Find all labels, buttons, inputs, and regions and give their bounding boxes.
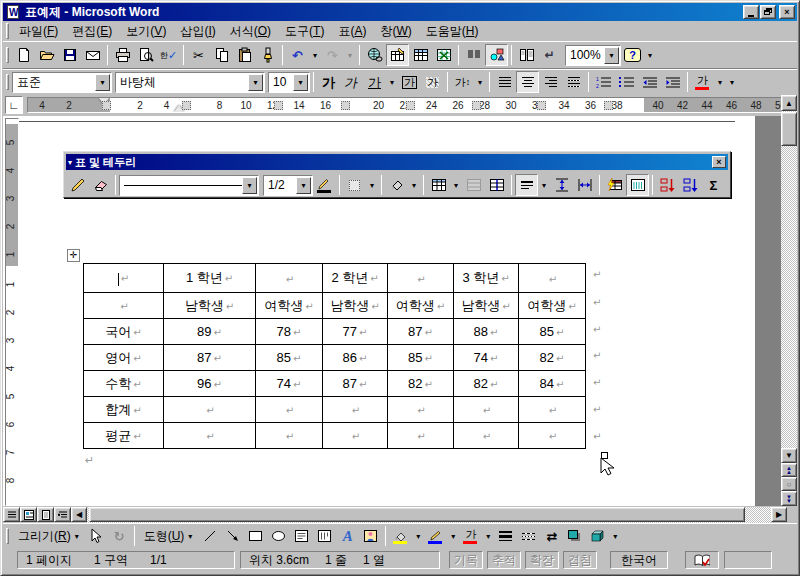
free-rotate-button[interactable]: ↻ xyxy=(108,525,131,547)
tab-selector[interactable]: ∟ xyxy=(5,96,23,114)
toolbar-grip[interactable] xyxy=(6,528,9,544)
cell-alignment-dropdown[interactable]: ▾ xyxy=(538,174,550,196)
char-border-button[interactable]: 가 xyxy=(398,71,421,93)
shading-color-button[interactable] xyxy=(385,174,408,196)
toolbar-menu-icon[interactable]: ▾ xyxy=(68,158,72,167)
distribute-rows-button[interactable] xyxy=(550,174,573,196)
align-distribute-button[interactable] xyxy=(562,71,585,93)
ruler-column-marker[interactable] xyxy=(102,101,111,110)
numbering-button[interactable]: 12 xyxy=(592,71,615,93)
table-cell-r2c0[interactable]: 국어↵ xyxy=(84,319,164,345)
align-center-button[interactable] xyxy=(516,71,539,93)
underline-button[interactable]: 가 xyxy=(363,71,386,93)
arrow-style-button[interactable]: ⇄ xyxy=(540,525,563,547)
font-dropdown[interactable]: ▾ xyxy=(248,74,263,91)
format-painter-button[interactable] xyxy=(256,44,279,66)
font-color-dropdown[interactable]: ▾ xyxy=(482,525,494,547)
font-color-button[interactable]: 가 xyxy=(691,71,714,93)
menu-item-W[interactable]: 창(W) xyxy=(373,21,418,42)
table-cell-r3c3[interactable]: 86↵ xyxy=(323,345,388,371)
save-button[interactable] xyxy=(58,44,81,66)
table-cell-r5c3[interactable]: ↵ xyxy=(323,397,388,423)
align-right-button[interactable] xyxy=(539,71,562,93)
restore-button[interactable] xyxy=(760,5,776,19)
fill-color-dropdown[interactable]: ▾ xyxy=(412,525,424,547)
draw-table-button[interactable] xyxy=(66,174,89,196)
normal-view-button[interactable] xyxy=(3,507,20,522)
browse-object-button[interactable]: ○ xyxy=(781,477,797,491)
tables-borders-button[interactable] xyxy=(386,44,409,66)
table-cell-r5c0[interactable]: 합계↵ xyxy=(84,397,164,423)
print-button[interactable] xyxy=(111,44,134,66)
increase-indent-button[interactable] xyxy=(661,71,684,93)
web-layout-view-button[interactable] xyxy=(20,507,37,522)
toolbar-grip[interactable] xyxy=(6,23,9,39)
insert-table-button[interactable] xyxy=(409,44,432,66)
style-dropdown[interactable]: ▾ xyxy=(95,74,110,91)
insert-hyperlink-button[interactable] xyxy=(363,44,386,66)
merge-cells-button[interactable] xyxy=(462,174,485,196)
char-shading-button[interactable]: 가 xyxy=(421,71,444,93)
ruler-column-marker[interactable] xyxy=(604,101,613,110)
table-cell-r6c2[interactable]: ↵ xyxy=(256,423,323,449)
table-cell-r3c0[interactable]: 영어↵ xyxy=(84,345,164,371)
table-cell-r0c2[interactable]: ↵ xyxy=(256,264,323,293)
scroll-up-button[interactable]: ▲ xyxy=(781,95,797,111)
document-map-button[interactable] xyxy=(515,44,538,66)
table-cell-r5c2[interactable]: ↵ xyxy=(256,397,323,423)
email-button[interactable] xyxy=(81,44,104,66)
line-style-combo[interactable]: ▾ xyxy=(119,175,259,196)
horizontal-scroll-track[interactable] xyxy=(87,507,771,523)
table-cell-r5c1[interactable]: ↵ xyxy=(164,397,256,423)
sort-descending-button[interactable] xyxy=(679,174,702,196)
undo-button[interactable]: ↶ xyxy=(286,44,309,66)
zoom-combo[interactable]: 100% ▾ xyxy=(565,45,621,66)
next-page-button[interactable]: ▼▼ xyxy=(781,491,797,506)
autoshapes-menu-button[interactable]: 도형(U)▾ xyxy=(138,526,199,546)
menu-item-E[interactable]: 편집(E) xyxy=(65,21,119,42)
ruler-column-marker[interactable] xyxy=(406,101,415,110)
table-cell-r3c5[interactable]: 74↵ xyxy=(454,345,519,371)
more-buttons-dropdown[interactable]: ▾ xyxy=(726,71,738,93)
table-cell-r6c6[interactable]: ↵ xyxy=(519,423,586,449)
dash-style-button[interactable] xyxy=(517,525,540,547)
table-cell-r1c1[interactable]: 남학생↵ xyxy=(164,293,256,319)
print-preview-button[interactable] xyxy=(134,44,157,66)
arrow-button[interactable] xyxy=(221,525,244,547)
border-color-button[interactable] xyxy=(313,174,336,196)
shading-color-dropdown[interactable]: ▾ xyxy=(408,174,420,196)
tables-borders-toolbar[interactable]: ▾ 표 및 테두리 × ▾ 1/2▾ ▾ ▾ ▾ xyxy=(63,151,731,198)
line-color-dropdown[interactable]: ▾ xyxy=(447,525,459,547)
table-cell-r0c5[interactable]: 3 학년↵ xyxy=(454,264,519,293)
spelling-button[interactable]: 한✓ xyxy=(157,44,180,66)
table-cell-r3c6[interactable]: 82↵ xyxy=(519,345,586,371)
table-cell-r4c6[interactable]: 84↵ xyxy=(519,371,586,397)
oval-button[interactable] xyxy=(267,525,290,547)
table-cell-r1c5[interactable]: 남학생↵ xyxy=(454,293,519,319)
cell-alignment-button[interactable] xyxy=(515,174,538,196)
table-cell-r0c1[interactable]: 1 학년↵ xyxy=(164,264,256,293)
zoom-dropdown[interactable]: ▾ xyxy=(604,47,619,64)
vertical-text-box-button[interactable] xyxy=(313,525,336,547)
align-justify-button[interactable] xyxy=(493,71,516,93)
toolbar-grip[interactable] xyxy=(6,47,9,63)
table-cell-r1c4[interactable]: 여학생↵ xyxy=(388,293,454,319)
ruler-column-marker[interactable] xyxy=(274,101,283,110)
toolbar-grip[interactable] xyxy=(6,74,9,90)
table-cell-r2c6[interactable]: 85↵ xyxy=(519,319,586,345)
spelling-status[interactable] xyxy=(685,551,719,569)
table-cell-r4c0[interactable]: 수학↵ xyxy=(84,371,164,397)
table-cell-r2c2[interactable]: 78↵ xyxy=(256,319,323,345)
shadow-button[interactable] xyxy=(563,525,586,547)
language-indicator[interactable]: 한국어 xyxy=(610,551,668,569)
font-color-button[interactable]: 가 xyxy=(459,525,482,547)
table-cell-r2c3[interactable]: 77↵ xyxy=(323,319,388,345)
new-document-button[interactable] xyxy=(12,44,35,66)
line-weight-dropdown[interactable]: ▾ xyxy=(296,177,311,194)
table-cell-r3c2[interactable]: 85↵ xyxy=(256,345,323,371)
previous-page-button[interactable]: ▲▲ xyxy=(781,463,797,477)
scroll-left-button[interactable]: ◀ xyxy=(71,507,87,522)
table-cell-r4c3[interactable]: 87↵ xyxy=(323,371,388,397)
clip-art-button[interactable] xyxy=(359,525,382,547)
wordart-button[interactable]: A xyxy=(336,525,359,547)
